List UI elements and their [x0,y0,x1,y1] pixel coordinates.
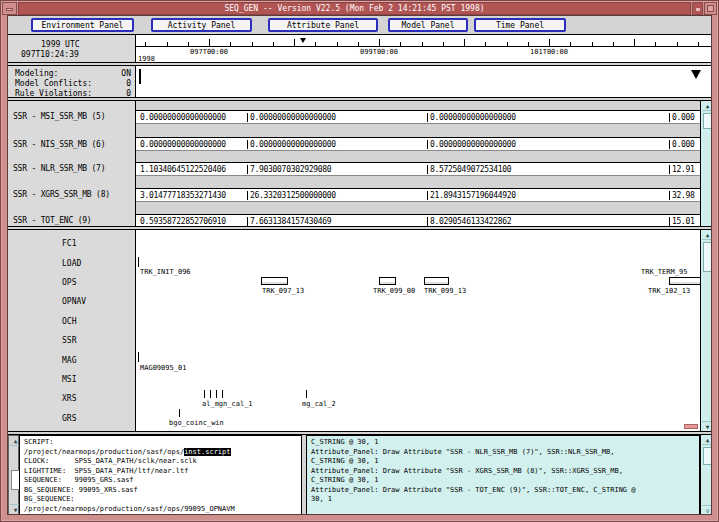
time-ruler[interactable]: 097T00:00 099T00:00 101T00:00 1998 [136,35,712,62]
load-event-tick[interactable] [138,257,139,267]
ops-activity-label: TRK_099_13 [424,287,466,295]
ruler-tick-label: 097T00:00 [190,48,228,56]
attribute-value: 12.91 [669,165,695,174]
ops-activity-box[interactable] [261,277,288,285]
ruler-tick [528,42,529,46]
xrs-event-tick[interactable] [222,390,223,398]
conflicts-value: 0 [126,79,131,88]
attribute-value: 26.3320312500000000 [247,191,336,200]
attribute-value: 0.00000000000000000 [247,140,336,149]
log-line: C_STRING @ 30, 1 [311,476,699,486]
attribute-value-band[interactable]: 3.01477718353271430 26.3320312500000000 … [136,188,700,202]
ruler-tick [634,39,635,46]
modeling-status-section: Modeling: ON Model Conflicts: 0 Rule Vio… [8,65,712,98]
timeline-row-label: LOAD [62,253,135,272]
log-console[interactable]: C_STRING @ 30, 1Attribute_Panel: Draw At… [306,435,700,515]
clock-line: CLOCK: SPSS_DATA_PATH/sclk/near.sclk [24,457,301,467]
scroll-down-icon[interactable]: ▽ [702,505,712,515]
attribute-value: 0.000 [669,140,695,149]
attribute-value: 0.000 [669,113,695,122]
window-menu-button[interactable] [2,2,17,15]
activity-panel-button[interactable]: Activity Panel [151,18,252,32]
attribute-plot: 0.00000000000000000 0.00000000000000000 … [136,101,700,226]
attribute-panel-button[interactable]: Attribute Panel [268,18,378,32]
ruler-tick [379,39,380,46]
timeline-row-label: SSR [62,331,135,350]
attribute-value-band[interactable]: 0.59358722852706910 7.6631384157430469 8… [136,214,700,226]
log-scroll-thumb[interactable] [703,447,712,465]
log-line: Attribute_Panel: Draw Attribute "SSR - X… [311,467,699,477]
timeline-plot[interactable]: TRK_INIT_096 TRK_TERM_95 TRK_097_13 TRK_… [136,230,700,431]
model-panel-button[interactable]: Model Panel [388,18,468,32]
cursor-caret-icon[interactable] [300,38,306,43]
ruler-tick [549,39,550,46]
ruler-tick [507,42,508,46]
ops-activity-label: TRK_097_13 [262,287,304,295]
timeline-row-label: MSI [62,370,135,389]
conflict-track [136,66,712,97]
cursor-time-label: 097T10:24:39 [21,50,79,59]
timeline-scrollbar[interactable]: ▲ ▼ [700,230,712,431]
attribute-value: 0.59358722852706910 [140,217,226,226]
attribute-value: 3.01477718353271430 [140,191,226,200]
timeline-row-label: OCH [62,312,135,331]
window-maximize-button[interactable] [704,2,717,15]
window-title: SEQ_GEN -- Version V22.5 (Mon Feb 2 14:2… [18,2,691,15]
ruler-tick [315,42,316,46]
main-content: Environment Panel Activity Panel Attribu… [7,15,712,515]
timeline-scroll-thumb[interactable] [703,242,712,272]
attribute-row-label: SSR - NLR_SSR_MB (7) [13,164,105,173]
script-name-highlighted[interactable]: inst.script [184,448,230,456]
ruler-tick [592,42,593,46]
mag-event-tick[interactable] [138,352,139,362]
attribute-value: 7.6631384157430469 [247,217,331,226]
window-minimize-button[interactable] [692,2,703,15]
ops-activity-label: TRK_099_00 [373,287,415,295]
ruler-tick [613,42,614,46]
log-console-scrollbar[interactable]: ▲ ▽ [700,435,712,515]
ruler-tick [464,39,465,46]
xrs-event-tick[interactable] [210,390,211,398]
timeline-resize-grip[interactable] [684,424,698,429]
ops-activity-box[interactable] [669,277,700,285]
attributes-scroll-thumb[interactable] [703,113,712,129]
attributes-scrollbar[interactable]: ▲ [700,101,712,226]
time-panel-button[interactable]: Time Panel [474,18,566,32]
script-console-scrollbar[interactable]: ▲ ▼ [8,435,19,515]
xrs-event-tick[interactable] [204,390,205,398]
ruler-tick [252,42,253,46]
attribute-value: 0.00000000000000000 [427,140,516,149]
modeling-row: Modeling: ON [15,69,131,78]
grs-event-tick[interactable] [179,409,180,417]
attribute-value: 1.10340645122520406 [140,165,226,174]
timeline-row-labels: FC1LOADOPSOPNAVOCHSSRMAGMSIXRSGRS [8,230,136,431]
log-line: C_STRING @ 30, 1 [311,457,699,467]
end-marker-icon[interactable] [691,70,701,79]
script-path-prefix: /project/nearmops/production/sasf/ops/ [24,448,184,456]
timeline-row-label: GRS [62,409,135,428]
scroll-up-icon[interactable]: ▲ [702,230,712,240]
console-section: ▲ ▼ SCRIPT: /project/nearmops/production… [8,434,712,515]
attribute-value-band[interactable]: 0.00000000000000000 0.00000000000000000 … [136,110,700,124]
ops-activity-label: TRK_102_13 [648,287,690,295]
ops-activity-box[interactable] [424,277,449,285]
scroll-up-icon[interactable]: ▲ [702,101,712,111]
timeline-row-label: OPNAV [62,292,135,311]
ops-activity-box[interactable] [379,277,396,285]
sequence-line: SEQUENCE: 99095_GRS.sasf [24,476,301,486]
xrs-event-tick[interactable] [306,390,307,398]
attribute-value: 0.00000000000000000 [140,140,226,149]
environment-panel-button[interactable]: Environment Panel [31,18,134,32]
ruler-tick [188,42,189,46]
modeling-status-legend: Modeling: ON Model Conflicts: 0 Rule Vio… [8,66,136,97]
attribute-value-band[interactable]: 1.10340645122520406 7.9030070302929080 8… [136,162,700,176]
xrs-event-tick[interactable] [216,390,217,398]
scroll-up-icon[interactable]: ▲ [702,435,712,445]
attribute-value-band[interactable]: 0.00000000000000000 0.00000000000000000 … [136,137,700,151]
utc-era-label: 1999 UTC [41,40,80,49]
attribute-value: 15.01 [669,217,695,226]
script-console[interactable]: SCRIPT: /project/nearmops/production/sas… [19,435,302,515]
violations-label: Rule Violations: [15,89,92,98]
scroll-down-icon[interactable]: ▼ [702,421,712,431]
maximize-icon [707,5,714,12]
